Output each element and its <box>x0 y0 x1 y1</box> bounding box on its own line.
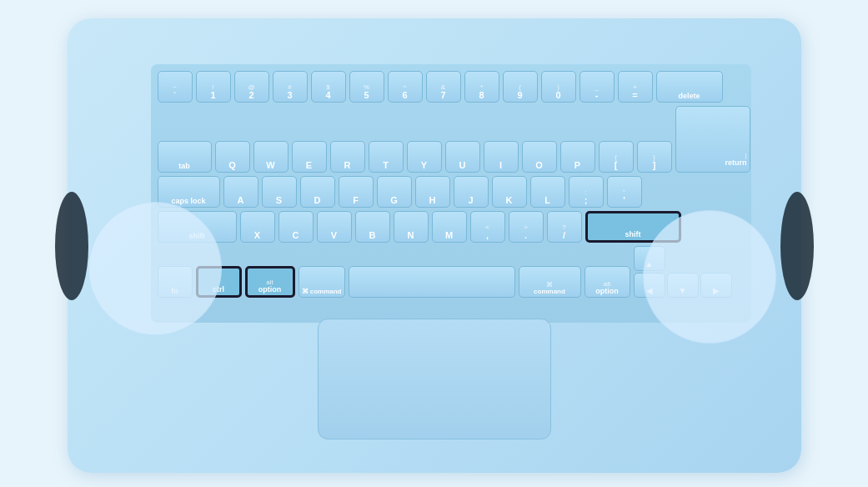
key-p[interactable]: P <box>560 141 595 173</box>
key-y[interactable]: Y <box>407 141 442 173</box>
key-l[interactable]: L <box>530 176 565 208</box>
key-v[interactable]: V <box>317 211 352 243</box>
key-slash[interactable]: ? / <box>547 211 582 243</box>
key-t[interactable]: T <box>369 141 404 173</box>
key-semicolon[interactable]: : ; <box>569 176 604 208</box>
key-8[interactable]: * 8 <box>464 71 499 103</box>
key-option-right[interactable]: alt option <box>585 266 630 298</box>
key-a[interactable]: A <box>223 176 258 208</box>
key-command-right[interactable]: ⌘ command <box>519 266 581 298</box>
key-k[interactable]: K <box>492 176 527 208</box>
key-u[interactable]: U <box>445 141 480 173</box>
key-return[interactable]: | return <box>675 106 750 173</box>
key-period[interactable]: > . <box>509 211 544 243</box>
key-g[interactable]: G <box>377 176 412 208</box>
number-row: ~ ` ! 1 @ 2 # 3 $ 4 <box>158 71 745 103</box>
key-n[interactable]: N <box>394 211 429 243</box>
key-rbracket[interactable]: } ] <box>637 141 672 173</box>
key-e[interactable]: E <box>292 141 327 173</box>
right-edge-decoration <box>780 192 814 300</box>
left-edge-decoration <box>55 192 88 300</box>
key-c[interactable]: C <box>278 211 314 243</box>
key-f[interactable]: F <box>339 176 374 208</box>
laptop-body: ~ ` ! 1 @ 2 # 3 $ 4 <box>68 18 801 473</box>
key-1[interactable]: ! 1 <box>196 71 231 103</box>
key-7[interactable]: & 7 <box>426 71 461 103</box>
key-i[interactable]: I <box>484 141 519 173</box>
key-command-left-small[interactable]: ⌘ command <box>299 266 345 298</box>
key-s[interactable]: S <box>262 176 297 208</box>
key-6[interactable]: ^ 6 <box>388 71 423 103</box>
zoom-circle-left <box>88 202 222 335</box>
key-o[interactable]: O <box>522 141 557 173</box>
key-m[interactable]: M <box>432 211 467 243</box>
key-q[interactable]: Q <box>215 141 250 173</box>
key-h[interactable]: H <box>415 176 450 208</box>
key-delete[interactable]: delete <box>656 71 723 103</box>
key-quote[interactable]: " ' <box>607 176 642 208</box>
key-5[interactable]: % 5 <box>349 71 384 103</box>
qwerty-row: tab Q W E R T Y U I O P { [ } ] <box>158 106 745 173</box>
key-2[interactable]: @ 2 <box>234 71 269 103</box>
asdf-row: caps lock A S D F G H J K L : ; " ' <box>158 176 745 208</box>
key-d[interactable]: D <box>300 176 335 208</box>
key-r[interactable]: R <box>330 141 365 173</box>
key-space[interactable] <box>349 266 515 298</box>
key-j[interactable]: J <box>454 176 489 208</box>
key-9[interactable]: ( 9 <box>503 71 538 103</box>
key-minus[interactable]: _ - <box>580 71 615 103</box>
key-0[interactable]: ) 0 <box>541 71 576 103</box>
key-equals[interactable]: + = <box>618 71 653 103</box>
key-option-left[interactable]: alt option <box>245 266 295 298</box>
key-comma[interactable]: < , <box>470 211 505 243</box>
key-tab[interactable]: tab <box>158 141 212 173</box>
key-3[interactable]: # 3 <box>273 71 308 103</box>
laptop-container: ~ ` ! 1 @ 2 # 3 $ 4 <box>34 10 835 477</box>
zoom-circle-right <box>643 210 776 344</box>
key-x[interactable]: X <box>240 211 275 243</box>
touchpad[interactable] <box>318 319 551 439</box>
key-b[interactable]: B <box>355 211 390 243</box>
key-4[interactable]: $ 4 <box>311 71 346 103</box>
key-tilde[interactable]: ~ ` <box>158 71 193 103</box>
key-w[interactable]: W <box>253 141 288 173</box>
key-lbracket[interactable]: { [ <box>599 141 634 173</box>
